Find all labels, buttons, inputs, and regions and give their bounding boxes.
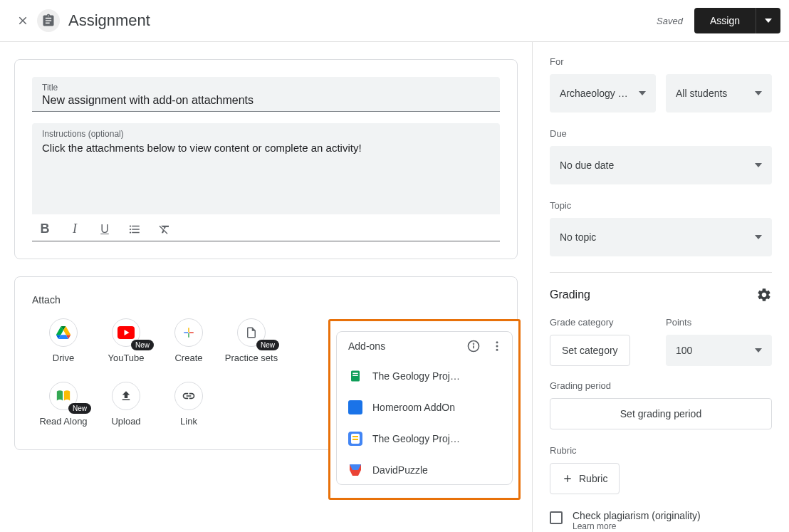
assign-button-group: Assign	[694, 8, 780, 33]
attach-create[interactable]: Create	[157, 318, 220, 365]
addon-label: The Geology Proj…	[372, 433, 503, 444]
plagiarism-row: Check plagiarism (originality) Learn mor…	[550, 510, 772, 531]
youtube-icon	[117, 326, 135, 339]
caret-down-icon	[755, 91, 762, 95]
attach-practice-label: Practice sets	[225, 353, 278, 365]
rubric-btn-text: Rubric	[579, 473, 607, 484]
attach-drive-label: Drive	[53, 353, 74, 365]
class-value: Archaeology …	[560, 88, 639, 99]
instructions-text[interactable]: Click the attachments below to view cont…	[42, 139, 490, 154]
svg-point-3	[474, 343, 474, 344]
rubric-button[interactable]: Rubric	[550, 463, 620, 494]
assign-button[interactable]: Assign	[694, 8, 756, 33]
bullet-list-button[interactable]	[126, 223, 143, 236]
format-toolbar: B I U	[32, 214, 500, 241]
svg-rect-8	[352, 373, 358, 375]
attach-drive[interactable]: Drive	[32, 318, 95, 365]
for-label: For	[550, 56, 772, 67]
close-icon	[16, 14, 29, 27]
points-select[interactable]: 100	[666, 335, 772, 366]
addon-label: The Geology Proj…	[372, 370, 503, 382]
attach-read-along[interactable]: New Read Along	[32, 382, 95, 428]
addons-title: Add-ons	[348, 340, 461, 352]
addon-app-icon	[348, 400, 362, 414]
attach-practice-sets[interactable]: New Practice sets	[220, 318, 283, 365]
rubric-label: Rubric	[550, 445, 772, 456]
svg-rect-12	[352, 439, 358, 440]
students-select[interactable]: All students	[666, 74, 772, 113]
attach-youtube[interactable]: New YouTube	[95, 318, 157, 365]
topic-value: No topic	[560, 231, 755, 243]
due-value: No due date	[560, 160, 755, 171]
link-icon	[182, 389, 196, 403]
italic-button[interactable]: I	[66, 221, 83, 236]
divider	[550, 272, 772, 273]
plus-icon	[182, 326, 195, 339]
gear-icon[interactable]	[756, 287, 772, 303]
upload-icon	[120, 390, 132, 402]
content-card: Title Instructions (optional) Click the …	[14, 59, 518, 259]
topic-label: Topic	[550, 200, 772, 211]
book-icon	[56, 390, 71, 402]
svg-point-6	[496, 349, 498, 351]
caret-down-icon	[765, 19, 772, 23]
set-category-button[interactable]: Set category	[550, 335, 630, 366]
attach-label: Attach	[32, 294, 500, 306]
addon-label: DavidPuzzle	[372, 464, 503, 476]
plagiarism-text: Check plagiarism (originality)	[573, 510, 701, 521]
set-grading-period-button[interactable]: Set grading period	[550, 398, 772, 429]
due-select[interactable]: No due date	[550, 146, 772, 184]
title-input[interactable]	[42, 93, 490, 107]
attach-upload-label: Upload	[111, 416, 140, 428]
plus-icon	[562, 473, 573, 484]
svg-point-5	[496, 345, 498, 348]
instructions-label: Instructions (optional)	[42, 129, 490, 139]
addon-item-geology-2[interactable]: The Geology Proj…	[337, 423, 512, 454]
addon-item-davidpuzzle[interactable]: DavidPuzzle	[337, 454, 512, 484]
due-label: Due	[550, 128, 772, 139]
addon-app-icon	[348, 369, 362, 383]
title-label: Title	[42, 83, 490, 93]
sidebar: For Archaeology … All students Due No du…	[533, 42, 789, 532]
addon-item-homeroom[interactable]: Homeroom AddOn	[337, 392, 512, 423]
caret-down-icon	[639, 91, 646, 95]
plagiarism-checkbox[interactable]	[550, 511, 563, 524]
info-icon[interactable]	[466, 339, 481, 353]
learn-more-link[interactable]: Learn more	[573, 521, 701, 531]
addons-list[interactable]: The Geology Proj… Homeroom AddOn The Geo…	[337, 360, 512, 484]
class-select[interactable]: Archaeology …	[550, 74, 656, 113]
new-badge: New	[256, 340, 279, 350]
title-field[interactable]: Title	[32, 77, 500, 112]
attach-read-label: Read Along	[39, 416, 87, 428]
bold-button[interactable]: B	[36, 221, 53, 236]
points-value: 100	[676, 345, 755, 356]
svg-rect-11	[352, 436, 358, 437]
clear-format-icon	[158, 223, 171, 236]
header-bar: Assignment Saved Assign	[0, 0, 789, 42]
caret-down-icon	[755, 163, 762, 167]
attach-link[interactable]: Link	[157, 382, 220, 428]
assignment-icon-wrap	[37, 9, 60, 32]
list-icon	[128, 223, 141, 236]
caret-down-icon	[755, 348, 762, 353]
caret-down-icon	[755, 235, 762, 239]
close-button[interactable]	[9, 6, 37, 35]
topic-select[interactable]: No topic	[550, 218, 772, 256]
grade-category-label: Grade category	[550, 317, 656, 328]
attach-create-label: Create	[174, 353, 202, 365]
svg-rect-9	[352, 375, 358, 377]
attach-upload[interactable]: Upload	[95, 382, 157, 428]
underline-button[interactable]: U	[96, 223, 113, 236]
addon-label: Homeroom AddOn	[372, 402, 503, 413]
attach-youtube-label: YouTube	[108, 353, 144, 365]
assign-dropdown-button[interactable]	[756, 8, 780, 33]
addon-app-icon	[348, 463, 362, 477]
document-icon	[245, 325, 258, 340]
addon-app-icon	[348, 432, 362, 446]
instructions-field[interactable]: Instructions (optional) Click the attach…	[32, 123, 500, 214]
more-vert-icon[interactable]	[491, 340, 503, 353]
points-label: Points	[666, 317, 772, 328]
new-badge: New	[131, 340, 154, 350]
addon-item-geology-1[interactable]: The Geology Proj…	[337, 360, 512, 392]
clear-format-button[interactable]	[156, 223, 173, 236]
